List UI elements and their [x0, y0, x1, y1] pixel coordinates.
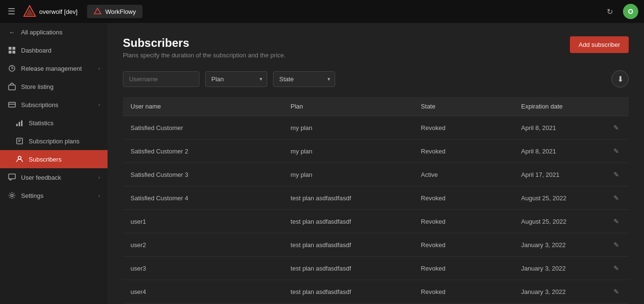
cell-state: Revoked	[413, 233, 513, 257]
cell-username: Satisfied Customer 2	[123, 140, 283, 163]
chevron-right-icon: ›	[98, 175, 100, 180]
page-header-text: Subscribers Plans specify the duration o…	[123, 36, 285, 59]
cell-action: ✎	[604, 280, 629, 304]
svg-marker-1	[26, 9, 33, 15]
store-icon	[8, 82, 16, 91]
svg-rect-3	[9, 47, 11, 50]
edit-button[interactable]: ✎	[611, 286, 621, 297]
sidebar-item-all-applications[interactable]: ← All applications	[0, 23, 108, 41]
user-feedback-icon	[8, 173, 16, 182]
cell-plan: test plan asdfasdfasdf	[283, 257, 414, 280]
svg-rect-9	[9, 102, 15, 107]
svg-rect-14	[17, 138, 22, 144]
plan-filter-select[interactable]: Plan	[205, 71, 267, 87]
sidebar-item-user-feedback[interactable]: User feedback ›	[0, 168, 108, 186]
state-filter-wrapper: State	[273, 71, 335, 87]
sidebar-item-label: Dashboard	[21, 47, 100, 54]
cell-username: user2	[123, 233, 283, 257]
edit-button[interactable]: ✎	[611, 192, 621, 204]
cell-action: ✎	[604, 140, 629, 163]
cell-state: Revoked	[413, 210, 513, 233]
cell-plan: my plan	[283, 163, 414, 186]
cell-action: ✎	[604, 163, 629, 186]
page-title: Subscribers	[123, 36, 285, 50]
svg-rect-8	[9, 85, 15, 90]
username-filter-input[interactable]	[123, 71, 199, 87]
dashboard-icon	[8, 46, 16, 54]
subscribers-icon	[15, 155, 24, 163]
cell-state: Revoked	[413, 280, 513, 304]
overwolf-logo-icon	[23, 5, 36, 18]
cell-expiration: April 17, 2021	[513, 163, 604, 186]
cell-plan: test plan asdfasdfasdf	[283, 280, 414, 304]
cell-state: Revoked	[413, 257, 513, 280]
sidebar-item-label: User feedback	[21, 174, 94, 181]
hamburger-menu-icon[interactable]: ☰	[6, 6, 17, 17]
table-row: user1 test plan asdfasdfasdf Revoked Aug…	[123, 210, 629, 233]
sidebar-item-label: Statistics	[29, 119, 100, 127]
sidebar-item-label: Subscribers	[29, 156, 100, 163]
refresh-button[interactable]: ↻	[602, 4, 617, 19]
svg-rect-11	[16, 124, 18, 126]
svg-rect-12	[19, 122, 20, 126]
download-icon: ⬇	[617, 75, 623, 84]
sidebar-item-label: Subscriptions	[21, 101, 94, 109]
topbar: ☰ overwolf [dev] WorkFlowy ↻ O	[0, 0, 644, 23]
topbar-logo: overwolf [dev]	[23, 5, 77, 18]
download-button[interactable]: ⬇	[611, 70, 629, 87]
main-content: Subscribers Plans specify the duration o…	[108, 23, 644, 304]
chevron-right-icon: ›	[98, 193, 100, 198]
svg-rect-18	[9, 174, 15, 179]
sidebar-item-store-listing[interactable]: Store listing	[0, 77, 108, 96]
plan-filter-wrapper: Plan	[205, 71, 267, 87]
table-row: Satisfied Customer 3 my plan Active Apri…	[123, 163, 629, 186]
sidebar-item-statistics[interactable]: Statistics	[0, 114, 108, 132]
svg-point-17	[18, 156, 21, 159]
cell-plan: test plan asdfasdfasdf	[283, 186, 414, 210]
page-subtitle: Plans specify the duration of the subscr…	[123, 52, 285, 59]
cell-username: Satisfied Customer 4	[123, 186, 283, 210]
cell-expiration: April 8, 2021	[513, 116, 604, 140]
edit-button[interactable]: ✎	[611, 216, 621, 227]
cell-action: ✎	[604, 210, 629, 233]
statistics-icon	[15, 119, 24, 127]
svg-rect-5	[9, 51, 11, 54]
cell-expiration: January 3, 2022	[513, 233, 604, 257]
release-icon	[8, 64, 16, 73]
col-header-expiration: Expiration date	[513, 97, 604, 116]
cell-expiration: August 25, 2022	[513, 210, 604, 233]
app-selector-button[interactable]: WorkFlowy	[87, 5, 142, 18]
cell-action: ✎	[604, 233, 629, 257]
sidebar-item-dashboard[interactable]: Dashboard	[0, 41, 108, 59]
chevron-right-icon: ›	[98, 66, 100, 71]
cell-expiration: January 3, 2022	[513, 280, 604, 304]
table-row: user4 test plan asdfasdfasdf Revoked Jan…	[123, 280, 629, 304]
sidebar-item-subscribers[interactable]: Subscribers	[0, 150, 108, 168]
edit-button[interactable]: ✎	[611, 122, 621, 133]
cell-plan: test plan asdfasdfasdf	[283, 233, 414, 257]
sidebar-item-release-management[interactable]: Release management ›	[0, 59, 108, 77]
cell-plan: my plan	[283, 116, 414, 140]
table-row: user2 test plan asdfasdfasdf Revoked Jan…	[123, 233, 629, 257]
user-avatar[interactable]: O	[623, 4, 638, 19]
edit-button[interactable]: ✎	[611, 239, 621, 250]
edit-button[interactable]: ✎	[611, 169, 621, 180]
svg-point-19	[11, 195, 13, 197]
table-body: Satisfied Customer my plan Revoked April…	[123, 116, 629, 304]
sidebar-item-subscriptions[interactable]: Subscriptions ›	[0, 96, 108, 114]
state-filter-select[interactable]: State	[273, 71, 335, 87]
cell-username: user4	[123, 280, 283, 304]
sidebar-item-label: Subscription plans	[29, 138, 100, 145]
svg-rect-13	[21, 120, 22, 126]
app-name-label: WorkFlowy	[105, 8, 136, 15]
sidebar-item-subscription-plans[interactable]: Subscription plans	[0, 132, 108, 150]
filters-bar: Plan State ⬇	[123, 70, 629, 87]
table-row: user3 test plan asdfasdfasdf Revoked Jan…	[123, 257, 629, 280]
edit-button[interactable]: ✎	[611, 262, 621, 274]
cell-expiration: August 25, 2022	[513, 186, 604, 210]
edit-button[interactable]: ✎	[611, 145, 621, 157]
sidebar-item-settings[interactable]: Settings ›	[0, 186, 108, 205]
col-header-state: State	[413, 97, 513, 116]
add-subscriber-button[interactable]: Add subscriber	[570, 36, 629, 53]
cell-username: user3	[123, 257, 283, 280]
